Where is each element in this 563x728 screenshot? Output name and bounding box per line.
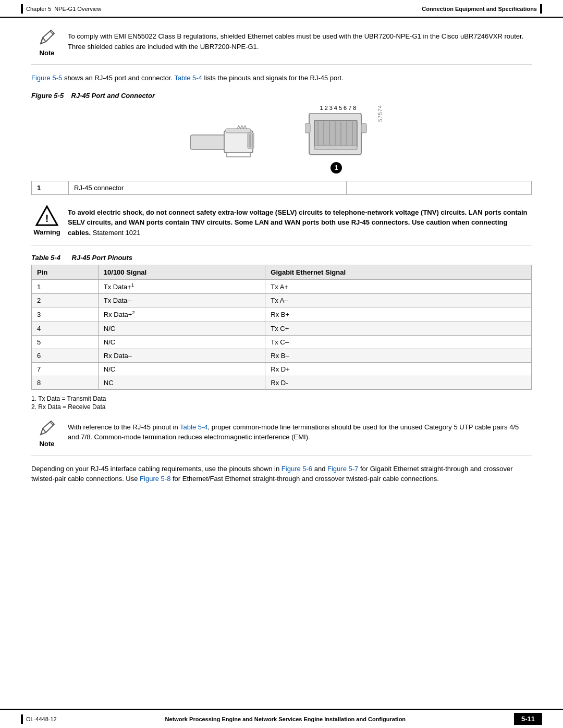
header-right: Connection Equipment and Specifications [422, 4, 542, 14]
cell-gigabit: Rx D+ [265, 362, 532, 376]
cell-gigabit: Tx A– [265, 294, 532, 307]
footer-page-num: 5-11 [514, 713, 542, 725]
warning-statement: Statement 1021 [93, 229, 141, 237]
table-row: 4N/CTx C+ [32, 322, 532, 335]
cell-gigabit: Rx D- [265, 376, 532, 389]
svg-rect-1 [190, 135, 227, 150]
cell-pin: 6 [32, 349, 99, 362]
figure-table-row: 1 RJ-45 connector [32, 181, 532, 194]
cell-pin: 5 [32, 335, 99, 349]
table54-footnotes: 1. Tx Data = Transmit Data 2. Rx Data = … [31, 395, 532, 411]
note2-block: Note With reference to the RJ-45 pinout … [31, 419, 532, 455]
callout-1: 1 [331, 162, 342, 174]
note1-label: Note [40, 49, 55, 57]
note-pencil-icon [38, 28, 56, 47]
warning-triangle-icon: ! [35, 205, 58, 226]
cell-signal100: NC [98, 376, 265, 389]
table54-caption: Table 5-4 RJ-45 Port Pinouts [31, 254, 532, 262]
cell-signal100: N/C [98, 335, 265, 349]
chapter-label: Chapter 5 [26, 6, 51, 12]
table-row: 2Tx Data–Tx A– [32, 294, 532, 307]
col-gigabit: Gigabit Ethernet Signal [265, 265, 532, 280]
cell-signal100: Tx Data+1 [98, 280, 265, 294]
figure57-link[interactable]: Figure 5-7 [327, 465, 358, 473]
footer-doc-num: OL-4448-12 [26, 716, 57, 722]
table54-caption-num: Table 5-4 [31, 254, 60, 262]
cell-gigabit: Tx C– [265, 335, 532, 349]
note1-block: Note To comply with EMI EN55022 Class B … [31, 28, 532, 65]
cell-signal100: Rx Data+2 [98, 307, 265, 322]
figure-number-label: 57574 [377, 105, 383, 122]
cell-pin: 3 [32, 307, 99, 322]
cell-signal100: N/C [98, 322, 265, 335]
table54-caption-title: RJ-45 Port Pinouts [72, 254, 132, 262]
figure56-link[interactable]: Figure 5-6 [282, 465, 312, 473]
cell-pin: 1 [32, 280, 99, 294]
cell-gigabit: Rx B– [265, 349, 532, 362]
header-left: Chapter 5 NPE-G1 Overview [21, 4, 101, 14]
warning-text: To avoid electric shock, do not connect … [68, 205, 532, 238]
svg-rect-19 [305, 124, 310, 133]
page-content: Note To comply with EMI EN55022 Class B … [0, 18, 563, 507]
svg-rect-20 [361, 124, 366, 133]
svg-rect-4 [226, 129, 251, 133]
cell-gigabit: Tx A+ [265, 280, 532, 294]
note2-table54-link[interactable]: Table 5-4 [180, 423, 207, 431]
figure55-block: Figure 5-5 RJ-45 Port and Connector [31, 92, 532, 176]
figure-table-extra [346, 181, 531, 194]
table54-header-row: Pin 10/100 Signal Gigabit Ethernet Signa… [32, 265, 532, 280]
warning-label: Warning [33, 228, 60, 236]
page-header: Chapter 5 NPE-G1 Overview Connection Equ… [0, 0, 563, 18]
cell-pin: 7 [32, 362, 99, 376]
figure55-caption-title: RJ-45 Port and Connector [66, 92, 155, 100]
body-para1-mid: shows an RJ-45 port and connector. [64, 74, 175, 82]
cell-gigabit: Tx C+ [265, 322, 532, 335]
cell-signal100: N/C [98, 362, 265, 376]
footnote1: 1. Tx Data = Transmit Data [31, 395, 532, 402]
table-row: 3Rx Data+2Rx B+ [32, 307, 532, 322]
rj45-connector-drawing [190, 115, 274, 172]
figure55-link[interactable]: Figure 5-5 [31, 74, 62, 82]
table54-caption-spacer [63, 254, 70, 262]
rj45-port-drawing: 12345678 [300, 105, 373, 172]
table-row: 6Rx Data–Rx B– [32, 349, 532, 362]
footnote2: 2. Rx Data = Receive Data [31, 403, 532, 411]
col-signal100: 10/100 Signal [98, 265, 265, 280]
figure55-table: 1 RJ-45 connector [31, 181, 532, 195]
cell-signal100: Rx Data– [98, 349, 265, 362]
warning-icon-area: ! Warning [31, 205, 63, 236]
svg-rect-11 [314, 145, 357, 150]
note2-label: Note [40, 440, 55, 448]
footer-bar [21, 714, 23, 724]
footer-center-text: Network Processing Engine and Network Se… [57, 716, 514, 722]
svg-text:!: ! [45, 213, 49, 224]
footer-left: OL-4448-12 [21, 714, 57, 724]
figure-table-num: 1 [32, 181, 69, 194]
svg-rect-10 [314, 120, 357, 147]
body-para2-t2: and [314, 465, 327, 473]
figure58-link[interactable]: Figure 5-8 [140, 475, 170, 483]
table-row: 8NCRx D- [32, 376, 532, 389]
table-row: 1Tx Data+1Tx A+ [32, 280, 532, 294]
table54: Pin 10/100 Signal Gigabit Ethernet Signa… [31, 265, 532, 390]
table-row: 5N/CTx C– [32, 335, 532, 349]
body-para2-t4: for Ethernet/Fast Ethernet straight-thro… [173, 475, 439, 483]
body-para1-end: lists the pinouts and signals for the RJ… [204, 74, 343, 82]
table54-link[interactable]: Table 5-4 [174, 74, 202, 82]
cell-gigabit: Rx B+ [265, 307, 532, 322]
figure-table-desc: RJ-45 connector [69, 181, 347, 194]
body-para2-t1: Depending on your RJ-45 interface cablin… [31, 465, 282, 473]
header-bar-right [540, 4, 542, 14]
cell-pin: 2 [32, 294, 99, 307]
cell-signal100: Tx Data– [98, 294, 265, 307]
warning-block: ! Warning To avoid electric shock, do no… [31, 205, 532, 246]
table-row: 7N/CRx D+ [32, 362, 532, 376]
pin-numbers: 12345678 [305, 105, 373, 111]
figure55-caption-num: Figure 5-5 [31, 92, 64, 100]
body-para2: Depending on your RJ-45 interface cablin… [31, 464, 532, 484]
header-section-title: Connection Equipment and Specifications [422, 6, 537, 12]
chapter-title: NPE-G1 Overview [54, 6, 101, 12]
cell-pin: 4 [32, 322, 99, 335]
figure55-caption: Figure 5-5 RJ-45 Port and Connector [31, 92, 532, 100]
col-pin: Pin [32, 265, 99, 280]
